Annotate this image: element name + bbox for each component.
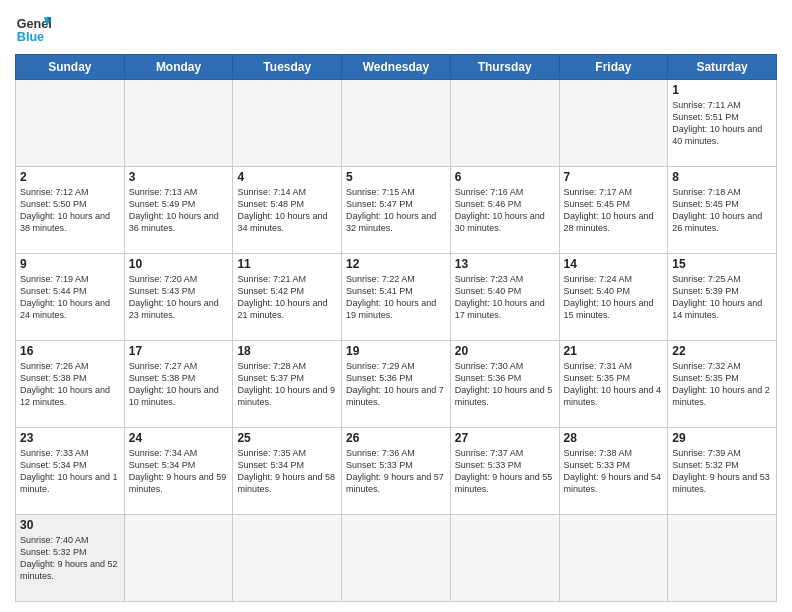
- day-number: 1: [672, 83, 772, 97]
- weekday-header-thursday: Thursday: [450, 55, 559, 80]
- header: General Blue: [15, 10, 777, 46]
- day-number: 20: [455, 344, 555, 358]
- calendar-cell: [450, 80, 559, 167]
- day-number: 5: [346, 170, 446, 184]
- day-number: 19: [346, 344, 446, 358]
- day-number: 16: [20, 344, 120, 358]
- day-info: Sunrise: 7:17 AMSunset: 5:45 PMDaylight:…: [564, 186, 664, 235]
- calendar-cell: 14Sunrise: 7:24 AMSunset: 5:40 PMDayligh…: [559, 254, 668, 341]
- calendar-cell: 25Sunrise: 7:35 AMSunset: 5:34 PMDayligh…: [233, 428, 342, 515]
- day-number: 9: [20, 257, 120, 271]
- day-info: Sunrise: 7:15 AMSunset: 5:47 PMDaylight:…: [346, 186, 446, 235]
- day-number: 2: [20, 170, 120, 184]
- day-info: Sunrise: 7:29 AMSunset: 5:36 PMDaylight:…: [346, 360, 446, 409]
- calendar-cell: 5Sunrise: 7:15 AMSunset: 5:47 PMDaylight…: [342, 167, 451, 254]
- day-info: Sunrise: 7:34 AMSunset: 5:34 PMDaylight:…: [129, 447, 229, 496]
- calendar-cell: 24Sunrise: 7:34 AMSunset: 5:34 PMDayligh…: [124, 428, 233, 515]
- day-info: Sunrise: 7:23 AMSunset: 5:40 PMDaylight:…: [455, 273, 555, 322]
- calendar-cell: 29Sunrise: 7:39 AMSunset: 5:32 PMDayligh…: [668, 428, 777, 515]
- day-number: 6: [455, 170, 555, 184]
- day-number: 8: [672, 170, 772, 184]
- day-number: 15: [672, 257, 772, 271]
- day-number: 26: [346, 431, 446, 445]
- day-info: Sunrise: 7:24 AMSunset: 5:40 PMDaylight:…: [564, 273, 664, 322]
- day-info: Sunrise: 7:40 AMSunset: 5:32 PMDaylight:…: [20, 534, 120, 583]
- day-number: 14: [564, 257, 664, 271]
- day-info: Sunrise: 7:11 AMSunset: 5:51 PMDaylight:…: [672, 99, 772, 148]
- weekday-header-monday: Monday: [124, 55, 233, 80]
- calendar-cell: [559, 80, 668, 167]
- weekday-header-sunday: Sunday: [16, 55, 125, 80]
- calendar-cell: 8Sunrise: 7:18 AMSunset: 5:45 PMDaylight…: [668, 167, 777, 254]
- calendar-cell: 21Sunrise: 7:31 AMSunset: 5:35 PMDayligh…: [559, 341, 668, 428]
- day-number: 27: [455, 431, 555, 445]
- day-info: Sunrise: 7:28 AMSunset: 5:37 PMDaylight:…: [237, 360, 337, 409]
- day-number: 12: [346, 257, 446, 271]
- day-number: 10: [129, 257, 229, 271]
- day-info: Sunrise: 7:39 AMSunset: 5:32 PMDaylight:…: [672, 447, 772, 496]
- calendar-cell: 18Sunrise: 7:28 AMSunset: 5:37 PMDayligh…: [233, 341, 342, 428]
- weekday-header-tuesday: Tuesday: [233, 55, 342, 80]
- calendar-cell: 22Sunrise: 7:32 AMSunset: 5:35 PMDayligh…: [668, 341, 777, 428]
- calendar-cell: 2Sunrise: 7:12 AMSunset: 5:50 PMDaylight…: [16, 167, 125, 254]
- day-number: 13: [455, 257, 555, 271]
- calendar-cell: 6Sunrise: 7:16 AMSunset: 5:46 PMDaylight…: [450, 167, 559, 254]
- day-info: Sunrise: 7:26 AMSunset: 5:38 PMDaylight:…: [20, 360, 120, 409]
- day-number: 28: [564, 431, 664, 445]
- day-number: 30: [20, 518, 120, 532]
- day-info: Sunrise: 7:14 AMSunset: 5:48 PMDaylight:…: [237, 186, 337, 235]
- calendar-cell: [559, 515, 668, 602]
- calendar-cell: 26Sunrise: 7:36 AMSunset: 5:33 PMDayligh…: [342, 428, 451, 515]
- day-info: Sunrise: 7:30 AMSunset: 5:36 PMDaylight:…: [455, 360, 555, 409]
- weekday-header-saturday: Saturday: [668, 55, 777, 80]
- calendar-cell: [233, 80, 342, 167]
- calendar-cell: [233, 515, 342, 602]
- day-number: 17: [129, 344, 229, 358]
- calendar-cell: 11Sunrise: 7:21 AMSunset: 5:42 PMDayligh…: [233, 254, 342, 341]
- calendar-cell: [450, 515, 559, 602]
- day-info: Sunrise: 7:32 AMSunset: 5:35 PMDaylight:…: [672, 360, 772, 409]
- day-number: 24: [129, 431, 229, 445]
- day-number: 11: [237, 257, 337, 271]
- calendar-cell: 16Sunrise: 7:26 AMSunset: 5:38 PMDayligh…: [16, 341, 125, 428]
- calendar-cell: 30Sunrise: 7:40 AMSunset: 5:32 PMDayligh…: [16, 515, 125, 602]
- day-number: 21: [564, 344, 664, 358]
- calendar-cell: 9Sunrise: 7:19 AMSunset: 5:44 PMDaylight…: [16, 254, 125, 341]
- calendar-cell: 3Sunrise: 7:13 AMSunset: 5:49 PMDaylight…: [124, 167, 233, 254]
- day-info: Sunrise: 7:21 AMSunset: 5:42 PMDaylight:…: [237, 273, 337, 322]
- day-number: 23: [20, 431, 120, 445]
- calendar-table: SundayMondayTuesdayWednesdayThursdayFrid…: [15, 54, 777, 602]
- calendar-cell: 28Sunrise: 7:38 AMSunset: 5:33 PMDayligh…: [559, 428, 668, 515]
- calendar-cell: [124, 80, 233, 167]
- svg-text:Blue: Blue: [17, 30, 44, 44]
- calendar-cell: 13Sunrise: 7:23 AMSunset: 5:40 PMDayligh…: [450, 254, 559, 341]
- calendar-cell: 27Sunrise: 7:37 AMSunset: 5:33 PMDayligh…: [450, 428, 559, 515]
- day-info: Sunrise: 7:19 AMSunset: 5:44 PMDaylight:…: [20, 273, 120, 322]
- day-info: Sunrise: 7:20 AMSunset: 5:43 PMDaylight:…: [129, 273, 229, 322]
- calendar-cell: [668, 515, 777, 602]
- logo-icon: General Blue: [15, 10, 51, 46]
- day-info: Sunrise: 7:27 AMSunset: 5:38 PMDaylight:…: [129, 360, 229, 409]
- day-number: 25: [237, 431, 337, 445]
- calendar-cell: 20Sunrise: 7:30 AMSunset: 5:36 PMDayligh…: [450, 341, 559, 428]
- day-info: Sunrise: 7:18 AMSunset: 5:45 PMDaylight:…: [672, 186, 772, 235]
- day-number: 3: [129, 170, 229, 184]
- day-number: 29: [672, 431, 772, 445]
- day-info: Sunrise: 7:13 AMSunset: 5:49 PMDaylight:…: [129, 186, 229, 235]
- day-info: Sunrise: 7:38 AMSunset: 5:33 PMDaylight:…: [564, 447, 664, 496]
- day-info: Sunrise: 7:16 AMSunset: 5:46 PMDaylight:…: [455, 186, 555, 235]
- day-info: Sunrise: 7:22 AMSunset: 5:41 PMDaylight:…: [346, 273, 446, 322]
- calendar-cell: 12Sunrise: 7:22 AMSunset: 5:41 PMDayligh…: [342, 254, 451, 341]
- calendar-cell: [342, 515, 451, 602]
- day-number: 4: [237, 170, 337, 184]
- weekday-header-friday: Friday: [559, 55, 668, 80]
- page: General Blue SundayMondayTuesdayWednesda…: [0, 0, 792, 612]
- day-number: 18: [237, 344, 337, 358]
- calendar-cell: 17Sunrise: 7:27 AMSunset: 5:38 PMDayligh…: [124, 341, 233, 428]
- day-info: Sunrise: 7:36 AMSunset: 5:33 PMDaylight:…: [346, 447, 446, 496]
- day-number: 22: [672, 344, 772, 358]
- weekday-header-wednesday: Wednesday: [342, 55, 451, 80]
- calendar-cell: 19Sunrise: 7:29 AMSunset: 5:36 PMDayligh…: [342, 341, 451, 428]
- calendar-cell: [16, 80, 125, 167]
- calendar-cell: 7Sunrise: 7:17 AMSunset: 5:45 PMDaylight…: [559, 167, 668, 254]
